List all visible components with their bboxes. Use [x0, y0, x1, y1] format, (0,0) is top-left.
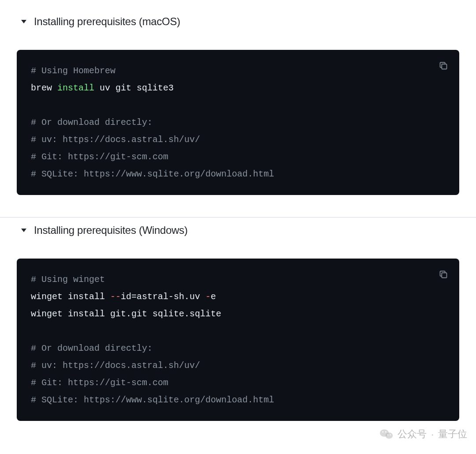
watermark-label: 公众号 — [398, 428, 427, 441]
code-line: # SQLite: https://www.sqlite.org/downloa… — [31, 391, 445, 409]
code-line: # uv: https://docs.astral.sh/uv/ — [31, 131, 445, 148]
svg-point-7 — [390, 435, 391, 435]
disclosure-triangle-icon — [21, 20, 26, 23]
svg-point-2 — [380, 429, 389, 437]
code-line: winget install --id=astral-sh.uv -e — [31, 288, 445, 305]
section-header-toggle[interactable]: Installing prerequisites (Windows) — [17, 218, 459, 243]
section-title: Installing prerequisites (macOS) — [34, 15, 180, 28]
svg-rect-0 — [442, 64, 446, 69]
code-token: -- — [110, 292, 121, 302]
code-line: # Or download directly: — [31, 340, 445, 357]
code-token: # Git: https://git-scm.com — [31, 378, 168, 388]
code-line — [31, 323, 445, 340]
code-line: # Using Homebrew — [31, 62, 445, 79]
code-token: # Or download directly: — [31, 117, 152, 128]
code-line: # uv: https://docs.astral.sh/uv/ — [31, 357, 445, 374]
disclosure-triangle-icon — [21, 229, 26, 232]
collapsible-section: Installing prerequisites (Windows) # Usi… — [0, 217, 476, 421]
svg-point-6 — [387, 435, 388, 435]
code-token: # Using Homebrew — [31, 66, 115, 76]
code-token: # Using winget — [31, 274, 105, 285]
code-token: # SQLite: https://www.sqlite.org/downloa… — [31, 395, 274, 405]
watermark: 公众号 · 量子位 — [380, 428, 467, 441]
code-block: # Using wingetwinget install --id=astral… — [17, 259, 459, 421]
code-line: # Using winget — [31, 271, 445, 288]
code-line: winget install git.git sqlite.sqlite — [31, 305, 445, 323]
watermark-name: 量子位 — [438, 428, 467, 441]
svg-point-5 — [385, 431, 387, 433]
copy-icon — [439, 61, 448, 70]
collapsible-section: Installing prerequisites (macOS) # Using… — [0, 9, 476, 195]
code-token: brew — [31, 83, 57, 93]
code-line: # SQLite: https://www.sqlite.org/downloa… — [31, 165, 445, 183]
code-token: id=astral-sh.uv — [121, 292, 205, 302]
code-block: # Using Homebrewbrew install uv git sqli… — [17, 50, 459, 195]
code-token: - — [205, 292, 211, 302]
copy-icon — [439, 270, 448, 279]
code-token: winget install — [31, 292, 110, 302]
code-line: brew install uv git sqlite3 — [31, 79, 445, 97]
code-token: # SQLite: https://www.sqlite.org/downloa… — [31, 169, 274, 179]
copy-button[interactable] — [437, 60, 450, 72]
section-title: Installing prerequisites (Windows) — [34, 224, 188, 236]
copy-button[interactable] — [437, 268, 450, 281]
svg-point-4 — [383, 431, 384, 433]
code-token: # uv: https://docs.astral.sh/uv/ — [31, 360, 200, 371]
code-line — [31, 97, 445, 114]
code-token: install — [57, 83, 94, 93]
watermark-dot: · — [431, 429, 434, 439]
section-header-toggle[interactable]: Installing prerequisites (macOS) — [17, 9, 459, 34]
code-line: # Or download directly: — [31, 114, 445, 131]
code-token: winget install git.git sqlite.sqlite — [31, 309, 221, 319]
svg-point-3 — [386, 432, 393, 439]
code-token: # Git: https://git-scm.com — [31, 152, 168, 162]
wechat-icon — [380, 428, 393, 440]
code-token: # uv: https://docs.astral.sh/uv/ — [31, 135, 200, 145]
code-line: # Git: https://git-scm.com — [31, 374, 445, 391]
svg-rect-1 — [442, 273, 446, 278]
code-token: # Or download directly: — [31, 343, 152, 353]
code-line: # Git: https://git-scm.com — [31, 148, 445, 165]
code-token: e — [211, 292, 216, 302]
code-token: uv git sqlite3 — [94, 83, 174, 93]
